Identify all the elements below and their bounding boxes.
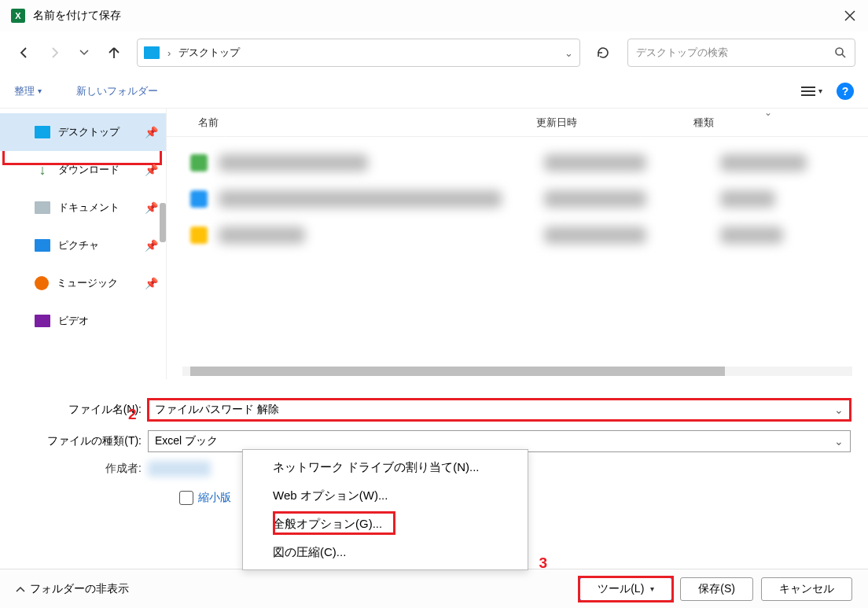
- menu-item-general-options[interactable]: 全般オプション(G)...: [243, 510, 528, 538]
- desktop-icon: [35, 126, 50, 138]
- hide-folders-button[interactable]: フォルダーの非表示: [16, 582, 129, 596]
- new-folder-button[interactable]: 新しいフォルダー: [76, 84, 158, 98]
- refresh-button[interactable]: [591, 41, 615, 64]
- location-bar[interactable]: › デスクトップ ⌄: [137, 39, 580, 67]
- file-icon: [190, 190, 208, 208]
- sidebar-item-pictures[interactable]: ピクチャ 📌: [0, 227, 166, 264]
- sidebar: 1 デスクトップ 📌 ↓ ダウンロード 📌 ドキュメント 📌 ピクチャ 📌 ミュ…: [0, 109, 167, 379]
- sidebar-item-downloads[interactable]: ↓ ダウンロード 📌: [0, 151, 166, 189]
- svg-point-0: [836, 48, 843, 55]
- annotation-2: 2: [128, 406, 137, 423]
- chevron-down-icon[interactable]: ⌄: [834, 435, 844, 448]
- menu-item-web-options[interactable]: Web オプション(W)...: [243, 481, 528, 510]
- sidebar-item-label: ピクチャ: [58, 238, 99, 252]
- sidebar-item-label: ダウンロード: [58, 163, 120, 177]
- pin-icon: 📌: [145, 239, 158, 252]
- search-placeholder: デスクトップの検索: [636, 46, 728, 60]
- chevron-down-icon: ▾: [818, 87, 822, 95]
- toolbar: 整理 ▾ 新しいフォルダー ▾ ?: [0, 74, 868, 109]
- chevron-down-icon[interactable]: ⌄: [565, 47, 573, 59]
- sidebar-item-videos[interactable]: ビデオ: [0, 302, 166, 340]
- picture-icon: [35, 239, 50, 252]
- tools-menu: ネットワーク ドライブの割り当て(N)... Web オプション(W)... 全…: [242, 449, 528, 570]
- up-button[interactable]: [102, 41, 126, 64]
- filename-input[interactable]: ファイルパスワード 解除 ⌄: [148, 399, 851, 421]
- file-icon: [190, 154, 208, 171]
- file-list: ⌄ 名前 更新日時 種類: [167, 109, 868, 379]
- author-value: [148, 461, 211, 477]
- search-input[interactable]: デスクトップの検索: [627, 39, 855, 67]
- search-icon: [834, 46, 847, 59]
- download-icon: ↓: [35, 162, 50, 178]
- sidebar-item-label: ドキュメント: [58, 201, 120, 215]
- filename-label: ファイル名(N):: [8, 403, 148, 417]
- sidebar-item-documents[interactable]: ドキュメント 📌: [0, 189, 166, 227]
- organize-menu[interactable]: 整理 ▾: [14, 84, 42, 98]
- desktop-icon: [144, 46, 160, 59]
- pin-icon: 📌: [145, 201, 158, 214]
- forward-button[interactable]: [42, 41, 66, 64]
- chevron-down-icon: ▾: [38, 87, 42, 95]
- help-button[interactable]: ?: [837, 83, 854, 100]
- sidebar-item-label: ビデオ: [58, 314, 89, 328]
- video-icon: [35, 315, 50, 327]
- thumbnail-label: 縮小版: [198, 491, 231, 505]
- chevron-down-icon: ▾: [650, 584, 654, 593]
- sidebar-item-desktop[interactable]: デスクトップ 📌: [0, 113, 166, 151]
- recent-button[interactable]: [72, 41, 96, 64]
- list-item[interactable]: [190, 217, 844, 253]
- pin-icon: 📌: [145, 164, 158, 176]
- filetype-label: ファイルの種類(T):: [8, 434, 148, 448]
- sidebar-item-label: ミュージック: [57, 276, 118, 290]
- chevron-down-icon[interactable]: ⌄: [834, 403, 844, 416]
- list-header: 名前 更新日時 種類: [167, 109, 868, 137]
- menu-item-network-drive[interactable]: ネットワーク ドライブの割り当て(N)...: [243, 453, 528, 481]
- window-title: 名前を付けて保存: [33, 9, 121, 23]
- list-item[interactable]: [190, 181, 844, 217]
- sidebar-scrollbar[interactable]: [160, 203, 166, 242]
- back-button[interactable]: [13, 41, 36, 64]
- breadcrumb: デスクトップ: [178, 46, 240, 60]
- footer: フォルダーの非表示 ツール(L) ▾ 保存(S) キャンセル: [0, 569, 868, 608]
- horizontal-scrollbar[interactable]: [182, 367, 852, 376]
- titlebar: X 名前を付けて保存: [0, 0, 868, 31]
- breadcrumb-sep: ›: [167, 47, 171, 59]
- save-button[interactable]: 保存(S): [680, 577, 753, 601]
- excel-icon: X: [11, 9, 25, 23]
- pin-icon: 📌: [145, 126, 158, 138]
- pin-icon: 📌: [145, 277, 158, 289]
- tools-button[interactable]: ツール(L) ▾: [579, 577, 672, 601]
- menu-item-compress-pictures[interactable]: 図の圧縮(C)...: [243, 538, 528, 566]
- sidebar-item-label: デスクトップ: [58, 125, 120, 139]
- close-button[interactable]: [832, 0, 868, 31]
- view-menu[interactable]: ▾: [801, 86, 822, 97]
- thumbnail-checkbox[interactable]: [179, 491, 193, 505]
- sidebar-item-music[interactable]: ミュージック 📌: [0, 264, 166, 302]
- cancel-button[interactable]: キャンセル: [761, 577, 852, 601]
- author-label: 作成者:: [8, 462, 148, 476]
- col-date[interactable]: 更新日時: [536, 116, 693, 130]
- sort-indicator-icon: ⌄: [764, 107, 772, 118]
- annotation-3: 3: [539, 555, 547, 572]
- list-item[interactable]: [190, 145, 844, 181]
- folder-icon: [190, 227, 208, 244]
- col-name[interactable]: 名前: [198, 116, 536, 130]
- document-icon: [35, 201, 50, 214]
- music-icon: [35, 276, 49, 290]
- nav-row: › デスクトップ ⌄ デスクトップの検索: [0, 31, 868, 74]
